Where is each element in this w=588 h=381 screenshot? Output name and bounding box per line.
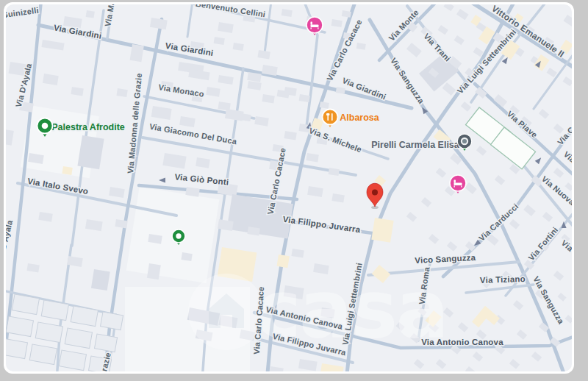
poi-label-palestra-afrodite[interactable]: Palestra Afrodite: [51, 122, 125, 132]
poi-label-albarosa[interactable]: Albarosa: [340, 113, 380, 123]
map-canvas[interactable]: casa Guinizelli Via Ma Via Giardini Benv…: [0, 0, 588, 381]
poi-label-pirelli-carmela-elisa[interactable]: Pirelli Carmela Elisa: [371, 140, 460, 150]
street-label-via-tiziano: Via Tiziano: [480, 274, 526, 285]
map-screenshot: casa Guinizelli Via Ma Via Giardini Benv…: [0, 0, 588, 381]
street-label-via-antonio-canova-h: Via Antonio Canova: [421, 338, 503, 346]
